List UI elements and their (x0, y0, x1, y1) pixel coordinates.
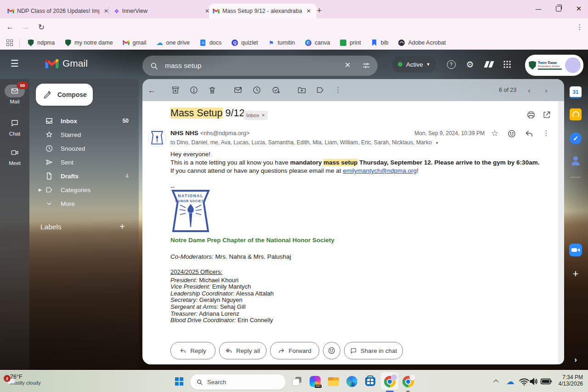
file-explorer-button[interactable] (328, 375, 339, 387)
tab-ndp-class[interactable]: NDP Class of 2026 Updates! Imp ✕ (4, 4, 114, 18)
rail-item-mail[interactable]: 50 Mail (0, 85, 29, 104)
bookmark-adobe-acrobat[interactable]: ◠Adobe Acrobat (398, 39, 446, 46)
back-to-list-icon[interactable]: ← (147, 85, 156, 95)
forward-button[interactable]: → (20, 22, 31, 33)
taskbar-weather-widget[interactable]: 2 76°F Mostly cloudy (6, 374, 41, 386)
sidebar-item-categories[interactable]: ▶ Categories (33, 183, 135, 197)
copilot-button[interactable]: M365 (309, 375, 321, 387)
forward-button[interactable]: Forward (270, 342, 319, 359)
back-button[interactable]: ← (5, 22, 16, 33)
window-restore-button[interactable] (548, 0, 569, 17)
google-apps-grid-icon[interactable] (501, 58, 514, 71)
rail-item-chat[interactable]: Chat (0, 117, 29, 136)
sidebar-item-snoozed[interactable]: Snoozed (33, 142, 135, 155)
tab-close-icon[interactable]: ✕ (102, 7, 110, 15)
hamburger-menu-icon[interactable]: ☰ (8, 57, 21, 70)
browser-menu-icon[interactable]: ⋮ (574, 22, 585, 33)
sidebar-item-more[interactable]: More (33, 197, 135, 210)
archive-icon[interactable] (171, 85, 180, 95)
move-to-icon[interactable] (297, 85, 306, 95)
star-email-icon[interactable]: ☆ (490, 129, 499, 138)
sender-name[interactable]: NHS NHS (170, 130, 198, 136)
bookmark-print[interactable]: print (339, 39, 361, 46)
inbox-label-chip[interactable]: Inbox ✕ (243, 111, 268, 120)
status-selector[interactable]: Active ▼ (392, 56, 436, 73)
snooze-icon[interactable] (252, 85, 261, 95)
reload-button[interactable]: ↻ (36, 22, 47, 33)
window-close-button[interactable]: ✕ (569, 0, 588, 17)
chrome-second-profile-button[interactable] (402, 375, 414, 387)
search-icon[interactable] (150, 62, 158, 70)
account-avatar[interactable] (565, 57, 581, 73)
sidebar-item-sent[interactable]: Sent (33, 155, 135, 169)
bookmark-gmail[interactable]: gmail (123, 39, 147, 46)
search-input[interactable]: mass setup (165, 62, 201, 70)
bookmark-my-notre-dame[interactable]: my notre dame (64, 39, 113, 46)
tasks-panel-icon[interactable]: ✓ (569, 132, 582, 144)
apps-grid-icon[interactable] (6, 40, 13, 46)
taskbar-search-box[interactable]: Search (190, 374, 286, 390)
labels-icon[interactable] (316, 85, 325, 95)
workspace-premium-icon[interactable] (482, 58, 495, 71)
start-button[interactable] (173, 375, 185, 387)
reply-button[interactable]: Reply (170, 342, 215, 359)
report-spam-icon[interactable] (189, 85, 198, 95)
window-minimize-button[interactable]: — (528, 0, 548, 17)
caret-right-icon[interactable]: ▶ (39, 187, 42, 192)
email-link[interactable]: emilymantych@ndpma.org (343, 167, 417, 174)
bookmark-quizlet[interactable]: Qquizlet (231, 39, 258, 46)
add-label-icon[interactable]: + (119, 222, 125, 232)
email-scrollbar[interactable] (558, 101, 564, 364)
volume-icon[interactable] (528, 375, 540, 387)
battery-icon[interactable] (540, 375, 552, 387)
keep-panel-icon[interactable] (569, 108, 582, 120)
chrome-school-profile-button[interactable] (384, 375, 396, 387)
share-in-chat-button[interactable]: Share in chat (344, 342, 403, 359)
older-email-icon[interactable]: › (542, 85, 551, 95)
search-filter-icon[interactable] (362, 61, 371, 70)
recipients-line[interactable]: to Dino, Daniel, me, Ava, Lucas, Lucia, … (170, 139, 439, 146)
sidebar-item-drafts[interactable]: Drafts 4 (33, 169, 135, 183)
add-to-tasks-icon[interactable] (271, 85, 281, 95)
clear-search-icon[interactable]: ✕ (345, 61, 351, 69)
bookmark-canva[interactable]: Ccanva (305, 39, 330, 46)
get-addons-icon[interactable]: + (569, 268, 582, 280)
onedrive-tray-icon[interactable]: ☁ (504, 375, 516, 387)
emoji-reaction-icon[interactable] (507, 129, 516, 138)
tab-mass-setup-active[interactable]: Mass Setup 9/12 - alexandraba ✕ (209, 4, 317, 18)
newer-email-icon[interactable]: ‹ (525, 85, 534, 95)
compose-button[interactable]: Compose (36, 84, 93, 106)
rail-item-meet[interactable]: Meet (0, 146, 29, 166)
tab-close-icon[interactable]: ✕ (305, 7, 313, 15)
emoji-reply-button[interactable] (323, 342, 340, 359)
help-icon[interactable]: ? (445, 58, 458, 71)
sidebar-item-starred[interactable]: Starred (33, 128, 135, 142)
recipients-expand-icon[interactable]: ▼ (435, 141, 439, 145)
edge-button[interactable] (346, 375, 358, 387)
message-more-icon[interactable]: ⋮ (542, 129, 551, 138)
print-icon[interactable] (526, 110, 536, 119)
sidebar-item-inbox[interactable]: Inbox 50 (33, 114, 135, 128)
reply-all-button[interactable]: Reply all (219, 342, 266, 359)
delete-trash-icon[interactable] (208, 85, 217, 95)
zoom-panel-icon[interactable] (569, 244, 582, 256)
tray-chevron-icon[interactable] (491, 375, 503, 387)
bookmark-bib[interactable]: bib (371, 39, 389, 46)
tab-innerview[interactable]: ❖ InnerView ✕ (110, 4, 215, 18)
task-view-button[interactable] (291, 375, 303, 387)
account-profile-pill[interactable]: Notre DamePreparatory School (525, 55, 583, 76)
bookmark-onedrive[interactable]: ☁one drive (156, 39, 189, 46)
bookmark-ndpma[interactable]: ndpma (27, 39, 55, 46)
mark-unread-icon[interactable] (233, 85, 243, 95)
open-in-new-icon[interactable] (542, 110, 551, 119)
taskbar-clock[interactable]: 7:34 PM 4/13/2026 (554, 374, 583, 387)
settings-gear-icon[interactable]: ⚙ (464, 58, 476, 71)
gmail-search-bar[interactable]: mass setup ✕ (142, 56, 378, 76)
calendar-panel-icon[interactable]: 31 (569, 86, 582, 98)
bookmark-turnitin[interactable]: ⚑turnitin (267, 39, 295, 46)
remove-label-icon[interactable]: ✕ (261, 113, 265, 118)
microsoft-store-button[interactable] (364, 375, 376, 387)
sender-avatar[interactable] (148, 129, 166, 147)
new-tab-button[interactable]: + (313, 5, 325, 17)
bookmark-docs[interactable]: ≡docs (199, 39, 221, 46)
